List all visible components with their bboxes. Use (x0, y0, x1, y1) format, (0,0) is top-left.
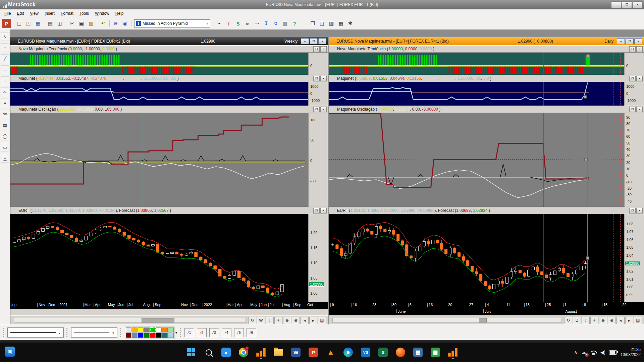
trend-button-6[interactable]: /6 (247, 328, 256, 337)
zoom-in-button[interactable]: ⊕ (292, 317, 300, 324)
line-weight-dropdown[interactable]: ∨ (71, 327, 117, 338)
chart-window-restore-button[interactable]: ❐ (310, 38, 318, 44)
panel-close-button[interactable]: ✕ (320, 208, 327, 214)
color-swatch[interactable] (144, 327, 150, 333)
panel-maquinet-chart[interactable] (329, 82, 624, 106)
file-explorer-icon[interactable] (271, 345, 285, 360)
browser-ball-icon[interactable] (393, 345, 408, 360)
month-axis[interactable]: JuneJulyAugust (329, 309, 644, 315)
menu-edit[interactable]: Edit (14, 10, 27, 17)
grid-tool-icon[interactable]: ▦ (1, 121, 9, 129)
indicator-builder-icon[interactable]: ƒ (224, 19, 233, 28)
color-swatch[interactable] (132, 327, 138, 333)
refresh-button[interactable]: ↻ (248, 317, 256, 324)
chart-window-minimize-button[interactable]: ─ (301, 38, 309, 44)
panel-restore-button[interactable]: ❐ (313, 76, 320, 81)
copy-icon[interactable]: ▣ (77, 19, 86, 28)
panel-restore-button[interactable]: ❐ (629, 107, 636, 112)
start-button[interactable] (184, 345, 198, 360)
panel-restore-button[interactable]: ❐ (313, 208, 320, 214)
color-swatch[interactable] (162, 327, 168, 333)
data-window-button[interactable]: ▤ (318, 317, 326, 324)
powerpoint-icon[interactable]: P (306, 345, 320, 360)
widgets-icon[interactable]: ▣ (5, 347, 15, 357)
forecaster-icon[interactable]: ⇒ (253, 19, 261, 28)
move-button[interactable]: + (590, 317, 598, 324)
color-swatch[interactable] (156, 333, 162, 338)
menu-file[interactable]: File (1, 10, 14, 17)
volume-icon[interactable]: ◀) (600, 350, 605, 355)
panel-tendencia-chart[interactable] (10, 53, 308, 75)
panel-oscilacao-chart[interactable] (329, 113, 624, 207)
panel-close-button[interactable]: ✕ (320, 46, 327, 52)
color-swatch[interactable] (138, 333, 144, 338)
chat-icon[interactable]: ● (219, 345, 233, 360)
color-swatch[interactable] (156, 327, 162, 333)
trend-button-4[interactable]: /4 (222, 328, 231, 337)
cut-icon[interactable]: ✂ (68, 19, 76, 28)
tile-horizontal-icon[interactable]: ◫ (318, 19, 326, 28)
panel-restore-button[interactable]: ❐ (629, 46, 636, 52)
powertools-icon[interactable]: P (2, 19, 11, 28)
menu-window[interactable]: Window (92, 10, 112, 17)
chrome-icon[interactable] (236, 345, 251, 360)
chart-scrollbar-thumb[interactable] (142, 318, 175, 322)
explorer-icon[interactable]: ∞ (243, 19, 252, 28)
pointer-tool-icon[interactable]: ↖ (1, 32, 9, 41)
metastock-icon[interactable] (254, 345, 268, 360)
page-next-button[interactable]: ▸ (625, 317, 633, 324)
panel-restore-button[interactable]: ❐ (313, 107, 320, 112)
plus-tool-icon[interactable]: + (1, 43, 9, 52)
period-button[interactable]: W (257, 317, 265, 324)
text-abc-tool-icon[interactable]: abc (1, 110, 9, 118)
panel-oscilacao-scale[interactable]: 100500-50 (308, 113, 328, 207)
wifi-icon[interactable] (591, 350, 597, 355)
panel-restore-button[interactable]: ❐ (629, 208, 636, 214)
system-tester-icon[interactable]: ↯ (271, 19, 280, 28)
report-icon[interactable]: ▧ (281, 19, 289, 28)
panel-tendencia-chart[interactable] (329, 53, 624, 75)
text-cursor-tool-icon[interactable]: I (1, 76, 9, 85)
trend-button-3[interactable]: /3 (209, 328, 219, 337)
zoom-out-button[interactable]: ⊖ (599, 317, 607, 324)
color-swatch[interactable] (150, 333, 156, 338)
onedrive-icon[interactable]: ☁ (581, 349, 587, 356)
options-icon[interactable]: ✱ (346, 19, 355, 28)
page-prev-button[interactable]: ◂ (301, 317, 309, 324)
excel-icon[interactable]: X (376, 345, 390, 360)
chart-window-close-button[interactable]: ✕ (634, 38, 642, 44)
panel-restore-button[interactable]: ❐ (313, 46, 320, 52)
panel-tendencia-scale[interactable]: 0 (624, 53, 644, 75)
downloader-icon[interactable]: ↧ (262, 19, 271, 28)
triangle-tool-icon[interactable]: △ (1, 154, 9, 163)
app-close-button[interactable]: ✕ (633, 1, 643, 8)
chart-window-titlebar[interactable]: EURUSD Nova Maquineta.mwl - [EUR=] FOREX… (10, 37, 328, 45)
date-axis[interactable]: 916233061320274111825181522 (329, 302, 644, 309)
color-swatch[interactable] (150, 327, 156, 333)
color-swatch[interactable] (168, 327, 174, 333)
open-chart-icon[interactable]: ◰ (24, 19, 33, 28)
app-minimize-button[interactable]: ─ (611, 1, 621, 8)
ellipse-tool-icon[interactable]: ◯ (1, 132, 9, 140)
panel-price-scale[interactable]: 1.201.151.101.051.001.02990 (308, 214, 328, 302)
page-next-button[interactable]: ▸ (309, 317, 317, 324)
dollar-icon[interactable]: $ (234, 19, 243, 28)
trend-button-5[interactable]: /5 (234, 328, 244, 337)
chart-scrollbar-thumb[interactable] (479, 318, 486, 322)
period-button[interactable]: D (573, 317, 581, 324)
crosshair-icon[interactable]: ⊕ (111, 19, 120, 28)
panel-close-button[interactable]: ✕ (636, 76, 643, 81)
visual-studio-icon[interactable]: VS (359, 345, 373, 360)
color-swatch[interactable] (144, 333, 150, 338)
edge-icon[interactable]: e (341, 345, 355, 360)
refresh-button[interactable]: ↻ (564, 317, 572, 324)
menu-help[interactable]: Help (112, 10, 127, 17)
calculator-icon[interactable]: ▦ (411, 345, 425, 360)
panel-close-button[interactable]: ✕ (636, 46, 643, 52)
chart-layout-icon[interactable]: ▥ (327, 19, 336, 28)
panel-price-scale[interactable]: 1.081.071.061.051.041.021.011.000.991.02… (624, 214, 644, 302)
zoom-out-button[interactable]: ⊖ (283, 317, 291, 324)
chart-scrollbar[interactable] (14, 318, 246, 323)
panel-price-chart[interactable] (329, 214, 624, 302)
undo-icon[interactable]: ↶ (99, 19, 108, 28)
